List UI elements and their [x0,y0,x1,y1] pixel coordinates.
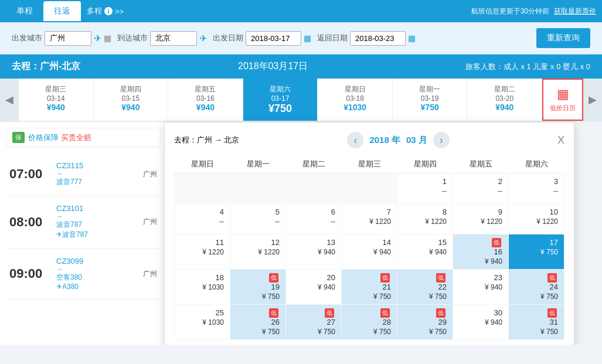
cal-icon-depart[interactable]: ▦ [304,33,311,43]
requery-button[interactable]: 重新查询 [536,28,590,48]
flight-item-2[interactable]: 09:00 CZ3099 → 空客380 ✈A380 广州 [6,249,161,300]
calendar-cell-27[interactable]: 低27¥ 750 [286,305,342,340]
calendar-cell-16[interactable]: 低16¥ 940 [453,234,509,270]
flight-time-1: 08:00 [9,215,50,230]
calendar-cell-10[interactable]: 10¥ 1220 [509,204,564,234]
calendar-cell-empty-0-2 [286,174,342,204]
calendar-cell-29[interactable]: 低29¥ 750 [397,305,453,340]
calendar-weekday-星期四: 星期四 [397,155,453,174]
guarantee-text: 价格保障 买贵全赔 [28,132,91,143]
plane-arrow-2: → [56,266,137,273]
date-selector-row: ◀ 星期三03-14¥940星期四03-15¥940星期五03-16¥940星期… [0,79,602,122]
calendar-cell-5[interactable]: 5-- [230,204,286,234]
flight-passengers: 旅客人数：成人 x 1 儿童 x 0 婴儿 x 0 [465,62,590,72]
flight-item-1[interactable]: 08:00 CZ3101 → 波音787 ✈波音787 广州 [6,196,161,249]
low-price-calendar-button[interactable]: ▦ 低价日历 [542,79,583,121]
calendar-cell-6[interactable]: 6-- [286,204,342,234]
date-cell-03-16[interactable]: 星期五03-16¥940 [168,79,243,121]
calendar-cell-25[interactable]: 25¥ 1030 [175,305,230,340]
calendar-cell-8[interactable]: 8¥ 1220 [397,204,453,234]
header-info: 航班信息更新于30分钟前 获取最新票价 [471,6,596,16]
from-city-input[interactable] [45,31,91,46]
flight-route: 去程：广州-北京 [12,60,80,73]
plane-type-1: 波音787 [56,220,137,230]
flight-details-0: CZ3115 → 波音777 [56,161,137,187]
calendar-cell-21[interactable]: 低21¥ 750 [342,270,397,305]
calendar-cell-20[interactable]: 20¥ 940 [286,270,342,305]
calendar-cell-31[interactable]: 低31¥ 750 [509,305,564,340]
flight-no-0: CZ3115 [56,161,137,170]
tab-oneway[interactable]: 单程 [6,1,43,21]
flight-list: 保 价格保障 买贵全赔 07:00 CZ3115 → 波音777 广州 08:0… [0,122,167,345]
calendar-cell-13[interactable]: 13¥ 940 [286,234,342,270]
calendar-month-label: 03 月 [406,135,427,146]
plane-type-2: 空客380 [56,273,137,283]
calendar-weekday-星期二: 星期二 [286,155,342,174]
calendar-cell-1[interactable]: 1-- [397,174,453,204]
flight-city-1: 广州 [143,217,157,227]
calendar-weekday-星期三: 星期三 [342,155,397,174]
calendar-cell-22[interactable]: 低22¥ 750 [397,270,453,305]
plane-img-2: ✈A380 [56,283,137,291]
plane-icon-1: ✈ [94,33,101,44]
date-cell-03-14[interactable]: 星期三03-14¥940 [19,79,94,121]
tab-roundtrip[interactable]: 往返 [43,1,81,21]
calendar-weekday-星期一: 星期一 [230,155,286,174]
return-date-input[interactable] [350,31,406,46]
calendar-cell-12[interactable]: 12¥ 1220 [230,234,286,270]
flight-details-2: CZ3099 → 空客380 ✈A380 [56,257,137,291]
calendar-cell-3[interactable]: 3-- [509,174,564,204]
calendar-cell-2[interactable]: 2-- [453,174,509,204]
calendar-cell-15[interactable]: 15¥ 940 [397,234,453,270]
calendar-cell-17[interactable]: 17¥ 750 [509,234,564,270]
calendar-weekday-星期五: 星期五 [453,155,509,174]
depart-date-input[interactable] [246,31,301,46]
flight-no-1: CZ3101 [56,204,137,213]
date-next-arrow[interactable]: ▶ [583,79,602,121]
tab-multi[interactable]: 多程 i >> [81,1,130,21]
date-cell-03-19[interactable]: 星期一03-19¥750 [393,79,468,121]
plane-type-0: 波音777 [56,177,137,187]
date-cell-03-15[interactable]: 星期四03-15¥940 [94,79,169,121]
depart-date-field: 出发日期 ▦ [213,31,311,46]
calendar-close-button[interactable]: X [557,134,564,147]
calendar-cell-23[interactable]: 23¥ 940 [453,270,509,305]
to-city-field: 到达城市 ✈ [117,31,207,46]
calendar-cell-18[interactable]: 18¥ 1030 [175,270,230,305]
date-prev-arrow[interactable]: ◀ [0,79,19,121]
calendar-header: 去程：广州 → 北京 ‹ 2018 年 03 月 › X [174,132,564,148]
flight-city-0: 广州 [143,169,157,179]
calendar-cell-14[interactable]: 14¥ 940 [342,234,397,270]
calendar-cell-4[interactable]: 4-- [175,204,230,234]
flight-date: 2018年03月17日 [238,60,308,73]
return-date-field: 返回日期 ▦ [317,31,416,46]
calendar-cell-28[interactable]: 低28¥ 750 [342,305,397,340]
flight-no-2: CZ3099 [56,257,137,266]
from-city-field: 出发城市 ✈ ▦ [12,31,111,46]
calendar-cell-30[interactable]: 30¥ 940 [453,305,509,340]
date-cell-03-17[interactable]: 星期六03-17¥750 [243,79,318,121]
guarantee-badge: 保 价格保障 买贵全赔 [6,128,161,147]
calendar-cell-26[interactable]: 低26¥ 750 [230,305,286,340]
flight-header: 去程：广州-北京 2018年03月17日 旅客人数：成人 x 1 儿童 x 0 … [0,55,602,79]
flight-item-0[interactable]: 07:00 CZ3115 → 波音777 广州 [6,153,161,196]
calendar-cell-11[interactable]: 11¥ 1220 [175,234,230,270]
calendar-month-nav: ‹ 2018 年 03 月 › [347,132,449,148]
calendar-cell-24[interactable]: 低24¥ 750 [509,270,564,305]
to-city-input[interactable] [150,31,197,46]
date-cell-03-18[interactable]: 星期日03-18¥1030 [318,79,393,121]
refresh-link[interactable]: 获取最新票价 [554,6,596,16]
calendar-cell-7[interactable]: 7¥ 1220 [342,204,397,234]
date-cell-03-20[interactable]: 星期二03-20¥940 [467,79,542,121]
cal-icon-return[interactable]: ▦ [408,33,416,43]
calendar-prev-button[interactable]: ‹ [347,132,363,148]
calendar-cell-19[interactable]: 低19¥ 750 [230,270,286,305]
calendar-cell-empty-0-0 [175,174,230,204]
calendar-next-button[interactable]: › [433,132,450,148]
plane-arrow-0: → [56,170,137,177]
flight-details-1: CZ3101 → 波音787 ✈波音787 [56,204,137,240]
calendar-table: 星期日星期一星期二星期三星期四星期五星期六 1--2--3--4--5--6--… [174,155,564,340]
calendar-year: 2018 年 [369,135,400,146]
calendar-cell-9[interactable]: 9¥ 1220 [453,204,509,234]
multi-info-icon: i [104,7,113,15]
